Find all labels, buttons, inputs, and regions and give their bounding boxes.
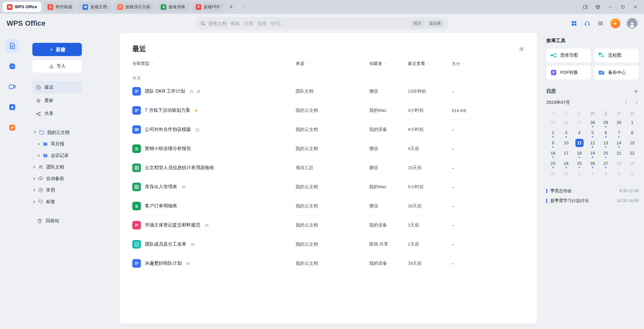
tool-button[interactable]: 备份中心: [594, 66, 639, 79]
filter-dropdown[interactable]: 来源: [296, 61, 369, 67]
calendar-day[interactable]: 10: [560, 138, 573, 148]
calendar-day[interactable]: 12: [586, 138, 599, 148]
caret-icon[interactable]: [34, 132, 36, 133]
member-center-icon[interactable]: [610, 18, 620, 28]
calendar-day[interactable]: 20: [599, 148, 612, 158]
import-button[interactable]: 导入: [32, 60, 82, 73]
tool-button[interactable]: 思维导图: [546, 48, 591, 62]
sidebar-tree-item[interactable]: 我的云文档: [32, 127, 120, 138]
calendar-day[interactable]: 19: [586, 148, 599, 158]
calendar-day[interactable]: 14: [612, 138, 626, 148]
settings-gear-icon[interactable]: [519, 46, 525, 52]
new-button[interactable]: 新建: [32, 43, 82, 56]
rail-item[interactable]: [5, 80, 19, 94]
file-row[interactable]: 团队 OKR 工作计划 团队文档 微信 13分钟前 –: [132, 82, 525, 101]
caret-icon[interactable]: [34, 189, 35, 192]
calendar-day[interactable]: 3: [560, 128, 573, 138]
calendar-day[interactable]: 5: [626, 168, 639, 179]
rail-item[interactable]: [5, 121, 19, 135]
sidebar-tree-item[interactable]: 会议记录: [32, 150, 120, 161]
close-button[interactable]: [629, 2, 641, 12]
calendar-day[interactable]: 17: [560, 148, 573, 158]
calendar-day[interactable]: 21: [612, 148, 626, 158]
calendar-day[interactable]: 18: [573, 148, 586, 158]
filter-dropdown[interactable]: 全部类型: [132, 61, 296, 67]
sidebar-nav-item[interactable]: 共享: [32, 107, 82, 120]
calendar-day[interactable]: 15: [626, 138, 639, 148]
tool-button[interactable]: P PDF转换: [546, 66, 591, 79]
tab-list-button[interactable]: [238, 2, 248, 12]
app-tab[interactable]: 新建表格: [156, 2, 189, 12]
caret-icon[interactable]: [34, 166, 35, 168]
calendar-day[interactable]: 28: [586, 117, 599, 128]
maximize-button[interactable]: [617, 2, 629, 12]
calendar-day[interactable]: 24: [560, 158, 573, 168]
sidebar-nav-item[interactable]: 星标: [32, 94, 82, 107]
sidebar-nav-item[interactable]: 最近: [32, 81, 82, 94]
app-tab[interactable]: WPS Office: [3, 2, 41, 12]
calendar-day[interactable]: 9: [546, 138, 560, 148]
sidebar-tree-item[interactable]: 双月报: [32, 138, 120, 150]
add-event-icon[interactable]: [633, 89, 639, 94]
calendar-day[interactable]: 30: [612, 117, 626, 128]
filter-dropdown[interactable]: 大小: [452, 61, 525, 67]
search-input[interactable]: [209, 21, 408, 26]
user-avatar[interactable]: [627, 18, 637, 29]
calendar-day[interactable]: 4: [573, 128, 586, 138]
file-row[interactable]: S 营销小组业绩分析报告 我的云文档 微信 4天前 –: [132, 139, 525, 158]
menu-icon[interactable]: [597, 20, 604, 27]
calendar-day[interactable]: 8: [626, 128, 639, 138]
calendar-event[interactable]: 新季度学习计划讨论 14:30-16:00: [546, 196, 639, 206]
file-row[interactable]: W 公司对外合作协议模版 我的云文档 我的设备 4小时前 –: [132, 120, 525, 139]
caret-icon[interactable]: [38, 154, 40, 157]
calendar-day[interactable]: 3: [599, 168, 612, 179]
sidebar-tree-item[interactable]: 标签: [32, 196, 120, 207]
calendar-day[interactable]: 16: [546, 148, 560, 158]
calendar-day[interactable]: 4: [612, 168, 626, 179]
calendar-day[interactable]: 13: [599, 138, 612, 148]
prev-month-icon[interactable]: [624, 100, 628, 105]
calendar-day[interactable]: 23: [546, 158, 560, 168]
calendar-day[interactable]: 25: [573, 158, 586, 168]
search-tag[interactable]: 简历: [411, 20, 424, 27]
file-row[interactable]: S 客户订单明细表 我的云文档 微信 18天前 –: [132, 196, 525, 216]
calendar-day[interactable]: 26: [560, 117, 573, 128]
apps-grid-icon[interactable]: [571, 20, 577, 27]
app-tab[interactable]: 新建演示文稿: [113, 2, 154, 12]
calendar-day[interactable]: 25: [546, 117, 560, 128]
caret-icon[interactable]: [38, 143, 40, 145]
minimize-button[interactable]: [604, 2, 616, 12]
filter-dropdown[interactable]: 创建者: [369, 61, 408, 67]
new-tab-button[interactable]: [226, 2, 236, 12]
tool-button[interactable]: 流程图: [594, 48, 639, 62]
caret-icon[interactable]: [34, 177, 35, 180]
app-tab[interactable]: 稻壳商城: [43, 2, 76, 12]
calendar-day[interactable]: 6: [599, 128, 612, 138]
app-tab[interactable]: 新建文档: [78, 2, 111, 12]
calendar-day[interactable]: 29: [599, 117, 612, 128]
calendar-day[interactable]: 22: [626, 148, 639, 158]
file-row[interactable]: P 市场主体登记提交材料规范 我的云文档 我的设备 1天前 –: [132, 216, 525, 235]
rail-item[interactable]: [5, 59, 19, 73]
sidebar-tree-item[interactable]: 自动备份: [32, 173, 120, 184]
file-row[interactable]: 兴趣爱好组队计划 我的云文档 我的设备 29天前 –: [132, 254, 525, 273]
rail-item[interactable]: [5, 100, 19, 114]
calendar-day[interactable]: 27: [573, 117, 586, 128]
rail-item[interactable]: [5, 39, 19, 53]
calendar-day[interactable]: 5: [586, 128, 599, 138]
calendar-day[interactable]: 27: [599, 158, 612, 168]
filter-dropdown[interactable]: 最近查看: [408, 61, 452, 67]
calendar-day[interactable]: 31: [560, 168, 573, 179]
calendar-event[interactable]: 季度总结会 9:30-11:00: [546, 186, 639, 196]
calendar-day[interactable]: 26: [586, 158, 599, 168]
search-bar[interactable]: 简历 策划案: [196, 17, 448, 30]
support-headset-icon[interactable]: [584, 20, 591, 27]
file-row[interactable]: 云文档管人员信息统计表理器验收 项目汇总 微信 15天前 –: [132, 158, 525, 177]
calendar-day[interactable]: 7: [612, 128, 626, 138]
calendar-day[interactable]: 2: [586, 168, 599, 179]
sidebar-tree-item[interactable]: 常用: [32, 184, 120, 196]
calendar-day[interactable]: 11: [573, 138, 586, 148]
caret-icon[interactable]: [34, 200, 35, 203]
app-tab[interactable]: 新建PDF: [191, 2, 224, 12]
search-tag[interactable]: 策划案: [427, 20, 444, 27]
